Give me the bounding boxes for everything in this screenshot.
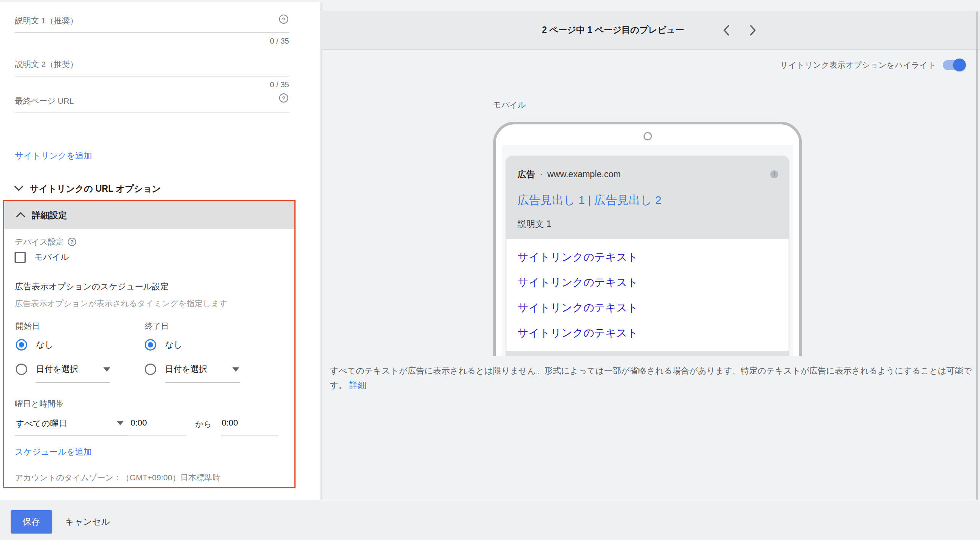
schedule-section-title: 広告表示オプションのスケジュール設定 [15, 281, 169, 292]
radio-unselected-icon[interactable] [16, 364, 27, 375]
end-date-pick-option[interactable]: 日付を選択 [145, 364, 239, 375]
highlight-toggle-switch[interactable] [943, 60, 965, 70]
end-pick-date-label: 日付を選択 [165, 364, 207, 375]
description1-input-underline[interactable] [15, 32, 289, 33]
ad-preview-card: 広告 · www.example.com i 広告見出し 1 | 広告見出し 2… [506, 156, 789, 356]
time-from-input[interactable]: 0:00 [131, 418, 147, 428]
days-times-label: 曜日と時間帯 [15, 398, 64, 409]
sitelink-edit-screen: 説明文 1（推奨） ? 0 / 35 説明文 2（推奨） 0 / 35 最終ペー… [0, 0, 980, 540]
start-date-dropdown-arrow-icon[interactable] [103, 367, 110, 372]
phone-mockup-clip: 広告 · www.example.com i 広告見出し 1 | 広告見出し 2… [493, 122, 802, 356]
ad-card-footer [506, 351, 789, 356]
end-date-label: 終了日 [145, 321, 169, 331]
scrollbar-track[interactable] [976, 11, 978, 500]
sitelink-url-options-label: サイトリンクの URL オプション [30, 183, 161, 195]
phone-mockup: 広告 · www.example.com i 広告見出し 1 | 広告見出し 2… [493, 122, 802, 356]
info-glyph: i [774, 171, 775, 178]
advanced-settings-highlight-box: 詳細設定 デバイス設定 ? モバイル 広告表示オプションのスケジュール設定 広告… [3, 200, 296, 488]
help-glyph: ? [282, 95, 285, 101]
preview-next-button[interactable] [747, 23, 759, 38]
learn-more-link[interactable]: 詳細 [350, 380, 366, 390]
description1-field-label[interactable]: 説明文 1（推奨） [15, 15, 78, 26]
disclaimer-text: すべてのテキストが広告に表示されるとは限りません。形式によっては一部が省略される… [330, 366, 972, 390]
time-to-input[interactable]: 0:00 [222, 418, 238, 428]
mobile-checkbox[interactable] [15, 252, 26, 263]
preview-prev-button[interactable] [720, 23, 732, 38]
highlight-toggle-row: サイトリンク表示オプションをハイライト [780, 60, 965, 70]
sitelink-link[interactable]: サイトリンクのテキスト [506, 245, 789, 270]
ad-display-url: www.example.com [547, 169, 621, 179]
help-glyph: ? [70, 239, 74, 245]
chevron-down-icon [14, 185, 24, 193]
device-setting-help-icon[interactable]: ? [68, 238, 76, 246]
highlight-toggle-label: サイトリンク表示オプションをハイライト [780, 60, 936, 70]
time-to-underline[interactable] [221, 436, 278, 436]
device-setting-label: デバイス設定 ? [15, 237, 76, 247]
sitelink-link[interactable]: サイトリンクのテキスト [506, 320, 789, 346]
toggle-knob [953, 59, 966, 71]
start-none-label: なし [36, 339, 53, 351]
ad-info-icon[interactable]: i [770, 170, 778, 178]
action-footer: 保存 キャンセル [0, 500, 980, 540]
chevron-up-icon [16, 211, 26, 220]
ad-separator: · [540, 169, 543, 179]
sitelink-link[interactable]: サイトリンクのテキスト [506, 295, 789, 320]
description2-field-label[interactable]: 説明文 2（推奨） [15, 59, 78, 70]
description2-input-underline[interactable] [15, 76, 289, 77]
preview-device-label: モバイル [493, 100, 526, 110]
add-sitelink-link[interactable]: サイトリンクを追加 [15, 150, 92, 162]
ad-headline-link[interactable]: 広告見出し 1 | 広告見出し 2 [506, 193, 789, 208]
cancel-button[interactable]: キャンセル [58, 510, 117, 533]
start-date-pick-option[interactable]: 日付を選択 [16, 364, 110, 375]
add-schedule-link[interactable]: スケジュールを追加 [15, 446, 92, 458]
time-range-word: から [195, 419, 212, 429]
weekday-dropdown-arrow-icon[interactable] [117, 421, 124, 425]
phone-screen: 広告 · www.example.com i 広告見出し 1 | 広告見出し 2… [502, 145, 793, 356]
weekday-select-value[interactable]: すべての曜日 [16, 418, 67, 429]
start-date-input-underline[interactable] [36, 382, 110, 383]
description1-char-counter: 0 / 35 [270, 37, 289, 46]
radio-unselected-icon[interactable] [145, 364, 156, 375]
mobile-checkbox-label: モバイル [34, 251, 69, 263]
time-from-underline[interactable] [130, 436, 186, 436]
end-none-label: なし [165, 339, 182, 351]
sitelinks-block: サイトリンクのテキスト サイトリンクのテキスト サイトリンクのテキスト サイトリ… [506, 239, 789, 351]
preview-pager-bar: 2 ページ中 1 ページ目のプレビュー [321, 11, 980, 50]
ad-header-row: 広告 · www.example.com i [506, 156, 789, 180]
advanced-settings-label: 詳細設定 [32, 209, 67, 221]
preview-disclaimer: すべてのテキストが広告に表示されるとは限りません。形式によっては一部が省略される… [330, 364, 980, 393]
description1-help-icon[interactable]: ? [279, 15, 288, 24]
weekday-select-underline[interactable] [15, 436, 129, 436]
schedule-section-subtitle: 広告表示オプションが表示されるタイミングを指定します [15, 298, 227, 309]
sitelink-form-panel: 説明文 1（推奨） ? 0 / 35 説明文 2（推奨） 0 / 35 最終ペー… [0, 2, 321, 500]
ad-description: 説明文 1 [506, 218, 789, 230]
final-url-help-icon[interactable]: ? [279, 93, 288, 103]
mobile-checkbox-row: モバイル [15, 251, 69, 263]
radio-selected-icon[interactable] [16, 339, 27, 351]
final-url-input-underline[interactable] [15, 112, 289, 113]
advanced-settings-header[interactable]: 詳細設定 [4, 201, 294, 229]
preview-panel: 2 ページ中 1 ページ目のプレビュー サイトリンク表示オプションをハイライト … [321, 0, 980, 500]
account-timezone-note: アカウントのタイムゾーン：（GMT+09:00）日本標準時 [15, 472, 220, 483]
end-date-none-option[interactable]: なし [145, 339, 182, 351]
start-pick-date-label: 日付を選択 [36, 364, 78, 375]
help-glyph: ? [282, 16, 285, 23]
ad-badge: 広告 [518, 168, 535, 180]
sitelink-url-options-toggle[interactable]: サイトリンクの URL オプション [14, 183, 161, 195]
end-date-dropdown-arrow-icon[interactable] [232, 367, 239, 372]
sitelink-link[interactable]: サイトリンクのテキスト [506, 270, 789, 295]
phone-camera-icon [644, 132, 652, 140]
device-setting-text: デバイス設定 [15, 237, 64, 247]
save-button[interactable]: 保存 [11, 510, 52, 533]
start-date-none-option[interactable]: なし [16, 339, 53, 351]
description2-char-counter: 0 / 35 [270, 80, 289, 89]
end-date-input-underline[interactable] [165, 382, 240, 383]
final-url-field-label[interactable]: 最終ページ URL [15, 96, 74, 106]
preview-pager-text: 2 ページ中 1 ページ目のプレビュー [542, 24, 684, 36]
start-date-label: 開始日 [16, 321, 40, 331]
radio-selected-icon[interactable] [145, 339, 156, 351]
